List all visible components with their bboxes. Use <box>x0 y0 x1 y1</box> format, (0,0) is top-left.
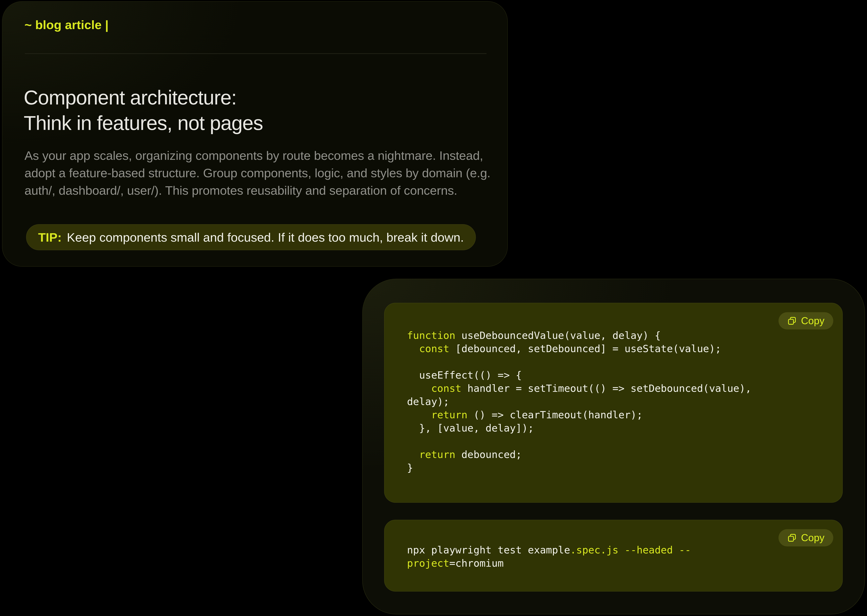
blog-article-label: ~ blog article | <box>25 18 109 32</box>
copy-button-command[interactable]: Copy <box>779 529 833 547</box>
header-divider <box>25 53 487 54</box>
paragraph-line1: As your app scales, organizing component… <box>25 149 483 162</box>
screen: ~ blog article | Component architecture:… <box>0 0 867 616</box>
code-content-command: npx playwright test example.spec.js --he… <box>385 520 842 596</box>
code-block-javascript: Copy function useDebouncedValue(value, d… <box>384 303 843 503</box>
copy-button-label: Copy <box>801 532 824 544</box>
paragraph-line3: auth/, dashboard/, user/). This promotes… <box>25 184 457 197</box>
blog-article-card: ~ blog article | Component architecture:… <box>2 1 508 267</box>
paragraph-line2: adopt a feature-based structure. Group c… <box>25 166 490 180</box>
code-block-command: Copy npx playwright test example.spec.js… <box>384 520 843 592</box>
tip-text: Keep components small and focused. If it… <box>67 230 464 244</box>
tip-callout: TIP: Keep components small and focused. … <box>26 224 476 250</box>
article-title: Component architecture:Think in features… <box>24 85 263 136</box>
code-content-javascript: function useDebouncedValue(value, delay)… <box>385 303 842 500</box>
article-paragraph: As your app scales, organizing component… <box>25 147 492 199</box>
code-snippets-card: Copy function useDebouncedValue(value, d… <box>362 279 865 614</box>
article-title-line1: Component architecture: <box>24 86 236 109</box>
article-title-line2: Think in features, not pages <box>24 112 263 134</box>
tip-label: TIP: <box>38 230 61 244</box>
copy-button-label: Copy <box>801 315 824 327</box>
copy-button-js[interactable]: Copy <box>779 312 833 330</box>
copy-icon <box>787 316 796 325</box>
copy-icon <box>787 533 796 542</box>
